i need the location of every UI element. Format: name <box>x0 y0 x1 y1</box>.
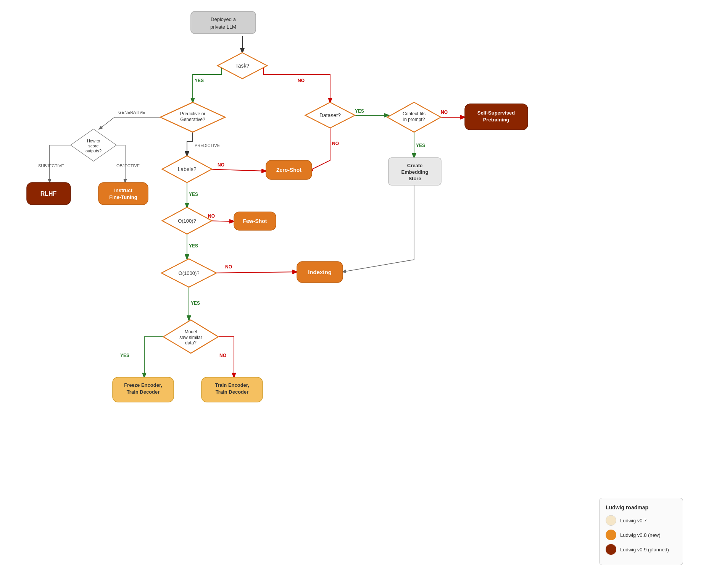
legend-label-v08: Ludwig v0.8 (new) <box>620 532 661 538</box>
label-no-context: NO <box>441 110 448 115</box>
train-label1: Train Encoder, <box>215 382 249 388</box>
label-yes-model: YES <box>120 353 129 358</box>
task-label: Task? <box>235 63 250 69</box>
legend-panel: Ludwig roadmap Ludwig v0.7 Ludwig v0.8 (… <box>599 498 683 565</box>
label-generative: GENERATIVE <box>118 110 145 115</box>
indexing-label: Indexing <box>308 269 332 275</box>
label-predictive: PREDICTIVE <box>195 143 220 148</box>
legend-title: Ludwig roadmap <box>606 504 677 510</box>
legend-item-v08: Ludwig v0.8 (new) <box>606 530 677 540</box>
model-similar-label2: saw similar <box>179 335 202 340</box>
label-yes-o100: YES <box>189 243 198 249</box>
few-shot-label: Few-Shot <box>243 218 267 224</box>
label-yes-labels: YES <box>189 192 198 197</box>
self-supervised-label2: Pretraining <box>483 117 509 123</box>
score-label2: score <box>89 144 99 148</box>
o100-label: O(100)? <box>178 218 196 224</box>
score-label1: How to <box>87 139 100 143</box>
instruct-ft-label2: Fine-Tuning <box>109 194 137 200</box>
instruct-ft-label1: Instruct <box>114 187 132 193</box>
zero-shot-label: Zero-Shot <box>276 167 301 173</box>
pred-gen-label2: Generative? <box>180 117 205 122</box>
svg-rect-1 <box>191 11 256 34</box>
pred-gen-label1: Predictive or <box>180 111 206 116</box>
svg-rect-9 <box>98 183 148 205</box>
label-objective: OBJECTIVE <box>116 163 140 168</box>
label-yes-context: YES <box>416 143 425 148</box>
legend-item-v07: Ludwig v0.7 <box>606 515 677 526</box>
label-yes-o1000: YES <box>191 300 200 306</box>
label-no-task: NO <box>298 78 305 83</box>
rlhf-label: RLHF <box>40 191 57 197</box>
deployed-llm-label2: private LLM <box>210 24 236 30</box>
label-yes-dataset: YES <box>355 108 364 114</box>
label-no-dataset: NO <box>332 141 339 146</box>
context-label1: Context fits <box>403 111 426 116</box>
legend-label-v07: Ludwig v0.7 <box>620 518 646 523</box>
label-yes-task-left: YES <box>195 78 204 83</box>
label-no-o100: NO <box>208 213 215 219</box>
labels-label: Labels? <box>177 166 196 172</box>
model-similar-label1: Model <box>185 329 197 334</box>
embedding-label2: Embedding <box>401 169 429 175</box>
score-label3: outputs? <box>85 149 102 153</box>
legend-dot-v09 <box>606 544 616 555</box>
label-no-labels: NO <box>218 162 224 168</box>
o1000-label: O(1000)? <box>179 270 200 276</box>
label-subjective: SUBJECTIVE <box>38 163 64 168</box>
legend-item-v09: Ludwig v0.9 (planned) <box>606 544 677 555</box>
self-supervised-label1: Self-Supervised <box>477 110 515 116</box>
embedding-label1: Create <box>407 163 422 168</box>
context-label2: in prompt? <box>403 117 425 122</box>
train-label2: Train Decoder <box>216 389 249 395</box>
legend-dot-v07 <box>606 515 616 526</box>
freeze-label2: Train Decoder <box>127 389 160 395</box>
label-no-model: NO <box>219 353 226 358</box>
model-similar-label3: data? <box>185 340 197 346</box>
freeze-label1: Freeze Encoder, <box>124 382 162 388</box>
dataset-label: Dataset? <box>319 112 341 118</box>
deployed-llm-label: Deployed a <box>211 16 236 22</box>
legend-dot-v08 <box>606 530 616 540</box>
embedding-label3: Store <box>408 176 421 181</box>
legend-label-v09: Ludwig v0.9 (planned) <box>620 547 669 552</box>
label-no-o1000: NO <box>225 264 232 270</box>
